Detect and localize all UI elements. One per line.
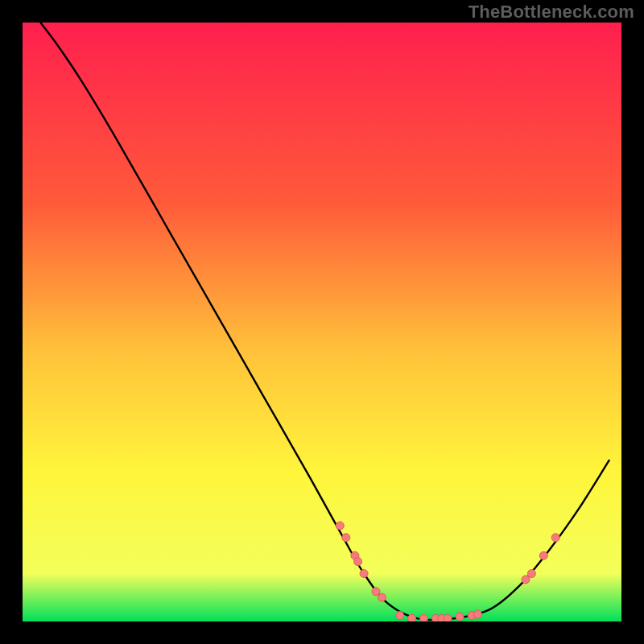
chart-svg	[23, 23, 621, 621]
data-marker	[408, 614, 416, 621]
data-marker	[360, 570, 368, 578]
data-marker	[372, 588, 380, 596]
data-marker	[342, 534, 350, 542]
data-marker	[456, 613, 464, 621]
data-marker	[473, 610, 481, 618]
gradient-background	[23, 23, 621, 621]
data-marker	[354, 558, 362, 566]
data-marker	[336, 522, 344, 530]
data-marker	[522, 576, 530, 584]
data-marker	[551, 534, 559, 542]
plot-area	[23, 23, 621, 621]
data-marker	[539, 551, 547, 559]
data-marker	[527, 570, 535, 578]
data-marker	[420, 614, 428, 621]
watermark-text: TheBottleneck.com	[469, 2, 634, 23]
data-marker	[444, 614, 452, 621]
chart-frame: TheBottleneck.com	[0, 0, 644, 644]
data-marker	[396, 612, 404, 620]
data-marker	[378, 593, 386, 601]
